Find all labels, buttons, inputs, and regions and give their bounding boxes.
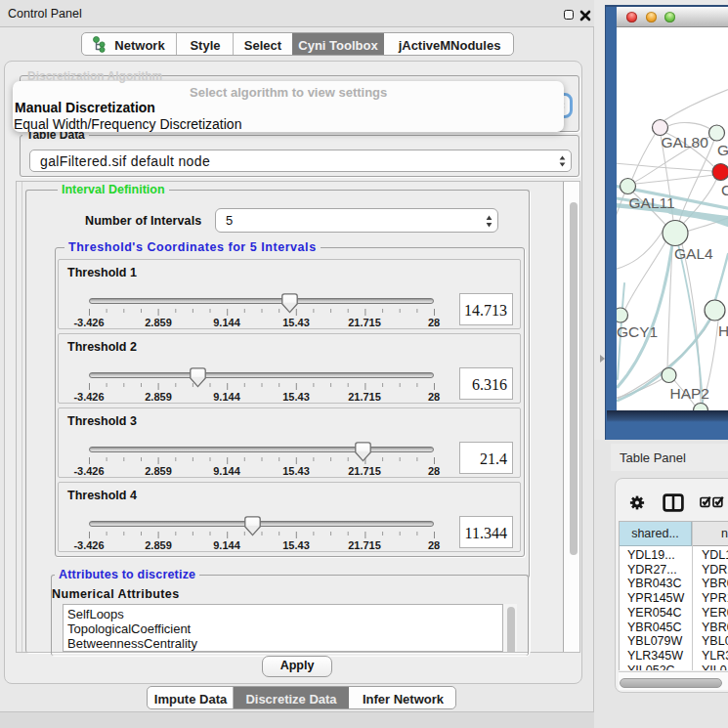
svg-text:G.: G. bbox=[717, 142, 728, 158]
svg-text:GAL80: GAL80 bbox=[662, 134, 709, 150]
svg-text:HA: HA bbox=[718, 322, 728, 339]
svg-text:GAL11: GAL11 bbox=[629, 194, 675, 211]
svg-text:CD: CD bbox=[721, 182, 728, 198]
svg-text:GCY1: GCY1 bbox=[617, 323, 658, 340]
svg-text:HAP2: HAP2 bbox=[670, 385, 710, 402]
svg-text:GAL4: GAL4 bbox=[674, 245, 713, 262]
